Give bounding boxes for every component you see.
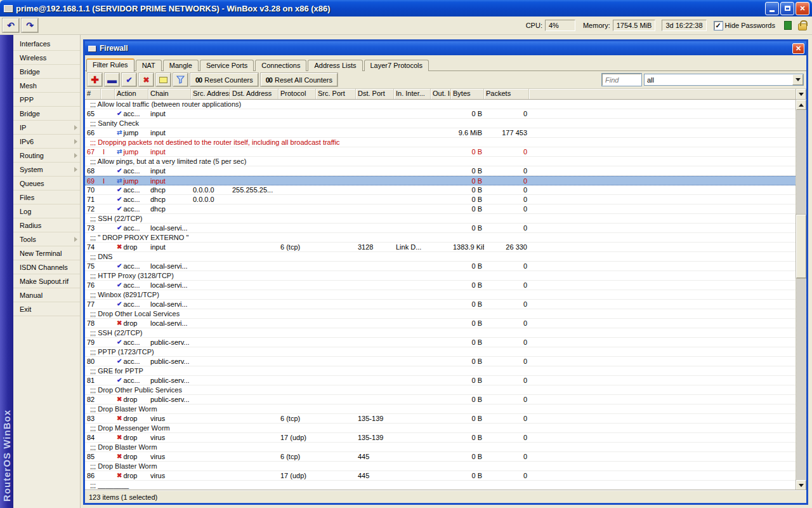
- rule-row-67[interactable]: 67I⇄jumpinput0 B0: [85, 147, 796, 157]
- comment-row[interactable]: ;;; Drop Messenger Worm: [85, 424, 796, 433]
- column-header-packets[interactable]: Packets: [484, 89, 529, 99]
- sidebar-item-wireless[interactable]: Wireless: [13, 51, 80, 65]
- comment-button[interactable]: [156, 73, 171, 86]
- rule-row-72[interactable]: 72✔acc...dhcp0 B0: [85, 204, 796, 214]
- comment-row[interactable]: ;;; HTTP Proxy (3128/TCP): [85, 271, 796, 281]
- enable-rule-button[interactable]: ✔: [122, 73, 136, 86]
- comment-row[interactable]: ;;; DNS: [85, 252, 796, 262]
- rule-row-65[interactable]: 65✔acc...input0 B0: [85, 109, 796, 119]
- rule-row-78[interactable]: 78✖droplocal-servi...0 B0: [85, 319, 796, 328]
- firewall-close-button[interactable]: ✕: [792, 43, 804, 54]
- sidebar-item-make-supout-rif[interactable]: Make Supout.rif: [13, 274, 80, 288]
- comment-row[interactable]: ;;; Drop Other Local Services: [85, 309, 796, 319]
- comment-row[interactable]: ;;; Drop Blaster Worm: [85, 404, 796, 414]
- rule-row-71[interactable]: 71✔acc...dhcp0.0.0.00 B0: [85, 195, 796, 204]
- comment-row[interactable]: ;;; Winbox (8291/TCP): [85, 290, 796, 300]
- rule-row-75[interactable]: 75✔acc...local-servi...0 B0: [85, 262, 796, 271]
- comment-row[interactable]: ;;; Drop Other Public Services: [85, 385, 796, 395]
- column-header-src-port[interactable]: Src. Port: [316, 89, 356, 99]
- sidebar-item-bridge[interactable]: Bridge: [13, 107, 80, 121]
- reset-counters-button[interactable]: 00 Reset Counters: [190, 73, 258, 86]
- chain-filter-dropdown[interactable]: all: [644, 74, 804, 86]
- column-header-action[interactable]: Action: [115, 89, 148, 99]
- close-button[interactable]: ✕: [796, 2, 809, 15]
- rule-row-82[interactable]: 82✖droppublic-serv...0 B0: [85, 395, 796, 404]
- filter-button[interactable]: [173, 73, 188, 86]
- column-header-src-address[interactable]: Src. Address: [191, 89, 230, 99]
- rule-row-80[interactable]: 80✔acc...public-serv...0 B0: [85, 357, 796, 366]
- column-header-dst-address[interactable]: Dst. Address: [230, 89, 278, 99]
- column-header-[interactable]: #: [85, 89, 101, 99]
- sidebar-item-radius[interactable]: Radius: [13, 218, 80, 232]
- scroll-up-button[interactable]: [796, 100, 806, 110]
- rule-row-79[interactable]: 79✔acc...public-serv...0 B0: [85, 338, 796, 347]
- comment-row[interactable]: ;;; SSH (22/TCP): [85, 328, 796, 338]
- undo-button[interactable]: ↶: [3, 18, 19, 32]
- minimize-button[interactable]: [765, 2, 779, 15]
- comment-row[interactable]: ;;; Sanity Check: [85, 119, 796, 128]
- comment-row[interactable]: ;;; GRE for PPTP: [85, 366, 796, 376]
- sidebar-item-log[interactable]: Log: [13, 204, 80, 218]
- sidebar-item-tools[interactable]: Tools: [13, 232, 80, 246]
- maximize-button[interactable]: [780, 2, 794, 15]
- tab-address-lists[interactable]: Address Lists: [308, 60, 362, 71]
- comment-row[interactable]: ;;; Allow pings, but at a very limited r…: [85, 157, 796, 166]
- rule-row-84[interactable]: 84✖dropvirus17 (udp)135-1390 B0: [85, 433, 796, 443]
- comment-row[interactable]: ;;; Dropping packets not destined to the…: [85, 138, 796, 147]
- sidebar-item-new-terminal[interactable]: New Terminal: [13, 246, 80, 260]
- column-header-flags[interactable]: [101, 89, 115, 99]
- rule-row-76[interactable]: 76✔acc...local-servi...0 B0: [85, 281, 796, 290]
- sidebar-item-interfaces[interactable]: Interfaces: [13, 37, 80, 51]
- sidebar-item-ipv6[interactable]: IPv6: [13, 135, 80, 149]
- add-rule-button[interactable]: ✚: [88, 73, 102, 86]
- comment-row[interactable]: ;;; Drop Blaster Worm: [85, 443, 796, 452]
- sidebar-item-isdn-channels[interactable]: ISDN Channels: [13, 260, 80, 274]
- sidebar-item-queues[interactable]: Queues: [13, 177, 80, 190]
- tab-service-ports[interactable]: Service Ports: [200, 60, 254, 71]
- rule-row-73[interactable]: 73✔acc...local-servi...0 B0: [85, 224, 796, 233]
- comment-row[interactable]: ;;; Allow local traffic (between router …: [85, 100, 796, 109]
- tab-mangle[interactable]: Mangle: [163, 60, 199, 71]
- column-header-bytes[interactable]: Bytes: [451, 89, 484, 99]
- tab-connections[interactable]: Connections: [255, 60, 306, 71]
- rule-row-83[interactable]: 83✖dropvirus6 (tcp)135-1390 B0: [85, 414, 796, 424]
- sidebar-item-bridge[interactable]: Bridge: [13, 65, 80, 79]
- rule-row-81[interactable]: 81✔acc...public-serv...0 B0: [85, 376, 796, 385]
- column-header-dst-port[interactable]: Dst. Port: [356, 89, 394, 99]
- scrollbar-thumb[interactable]: [796, 215, 806, 278]
- find-input[interactable]: [602, 74, 641, 86]
- rule-row-69[interactable]: 69I⇄jumpinput0 B0: [85, 176, 796, 185]
- sidebar-item-exit[interactable]: Exit: [13, 302, 80, 316]
- rule-row-70[interactable]: 70✔acc...dhcp0.0.0.0255.255.25...0 B0: [85, 185, 796, 195]
- rule-row-74[interactable]: 74✖dropinput6 (tcp)3128Link D...1383.9 K…: [85, 243, 796, 252]
- sidebar-item-mesh[interactable]: Mesh: [13, 79, 80, 93]
- tab-layer7-protocols[interactable]: Layer7 Protocols: [364, 60, 429, 71]
- comment-row[interactable]: ;;; SSH (22/TCP): [85, 214, 796, 224]
- rule-row-85[interactable]: 85✖dropvirus6 (tcp)4450 B0: [85, 452, 796, 462]
- sidebar-item-routing[interactable]: Routing: [13, 149, 80, 163]
- sidebar-item-ip[interactable]: IP: [13, 121, 80, 135]
- sidebar-item-ppp[interactable]: PPP: [13, 93, 80, 107]
- comment-row[interactable]: ;;; ________: [85, 481, 796, 490]
- comment-row[interactable]: ;;; Drop Blaster Worm: [85, 462, 796, 471]
- redo-button[interactable]: ↷: [22, 18, 38, 32]
- dropdown-button[interactable]: [792, 74, 803, 85]
- rule-row-77[interactable]: 77✔acc...local-servi...0 B0: [85, 300, 796, 309]
- hide-passwords-checkbox[interactable]: ✓: [714, 22, 723, 30]
- comment-row[interactable]: ;;; PPTP (1723/TCP): [85, 347, 796, 357]
- comment-row[interactable]: ;;; " DROP PROXY EXTERNO ": [85, 233, 796, 243]
- sidebar-item-manual[interactable]: Manual: [13, 288, 80, 302]
- scrollbar-track[interactable]: [796, 110, 806, 480]
- disable-rule-button[interactable]: ✖: [139, 73, 154, 86]
- sidebar-item-system[interactable]: System: [13, 163, 80, 177]
- reset-all-counters-button[interactable]: 00 Reset All Counters: [261, 73, 337, 86]
- scroll-down-button[interactable]: [796, 480, 806, 490]
- column-header-protocol[interactable]: Protocol: [278, 89, 316, 99]
- column-options-button[interactable]: [796, 89, 806, 100]
- column-header-chain[interactable]: Chain: [148, 89, 191, 99]
- rule-row-86[interactable]: 86✖dropvirus17 (udp)4450 B0: [85, 471, 796, 481]
- column-header-in-inter[interactable]: In. Inter...: [394, 89, 431, 99]
- tab-nat[interactable]: NAT: [136, 60, 162, 71]
- column-header-out-int[interactable]: Out. Int...: [431, 89, 451, 99]
- tab-filter-rules[interactable]: Filter Rules: [86, 58, 134, 72]
